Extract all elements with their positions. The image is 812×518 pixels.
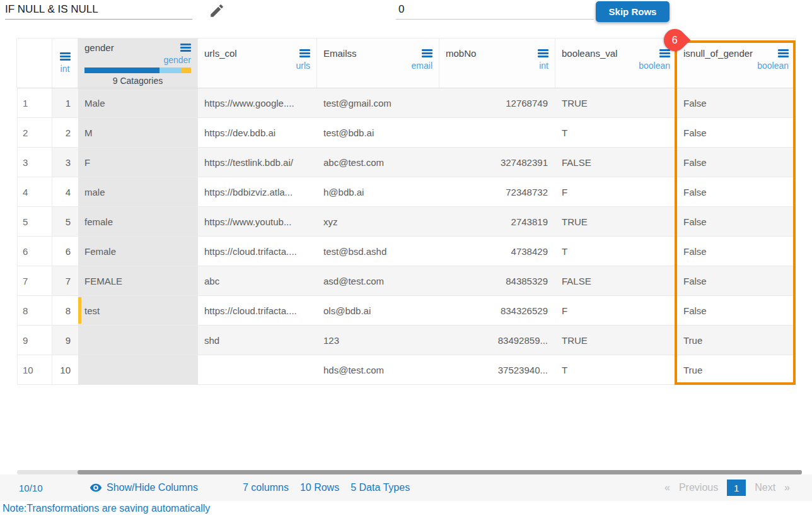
horizontal-scrollbar-thumb[interactable] [78,470,802,474]
table-cell: 327482391 [439,148,555,177]
table-cell: False [677,207,796,237]
pagination-previous-button[interactable]: Previous [679,482,718,493]
table-row: 1010hds@test.com37523940...TTrue [17,355,796,385]
table-row: 44malehttps://bdbizviz.atla...h@bdb.ai72… [17,177,796,207]
table-cell: test [78,296,198,326]
column-name-label: isnull_of_gender [683,48,753,59]
skip-rows-button[interactable]: Skip Rows [596,1,670,22]
column-type-label: boolean [683,61,789,71]
table-cell: 4 [52,177,78,207]
table-cell: abc@test.com [317,148,439,177]
category-distribution-bar[interactable] [84,68,191,73]
table-cell: https://dev.bdb.ai [198,118,317,148]
table-cell: 834326529 [439,296,555,326]
row-number-cell: 8 [17,296,52,326]
column-header-Emailss[interactable]: Emailssemail [316,38,439,88]
table-cell: F [78,148,198,177]
autosave-note: Note:Transformations are saving automati… [3,503,210,514]
skip-rows-value-input[interactable]: 0 [396,0,594,20]
row-number-cell: 3 [17,148,52,177]
rows-count-label: 10 Rows [300,482,339,493]
table-row: 55femalehttps://www.youtub...xyz2743819T… [17,207,796,237]
table-cell: ols@bdb.ai [317,296,439,326]
column-type-label: int [61,64,70,74]
table-cell: 10 [52,355,78,385]
transform-name-input[interactable]: IF NULL & IS NULL [5,0,192,20]
table-cell: https://cloud.trifacta.... [198,296,317,326]
table-cell: TRUE [555,207,677,237]
column-type-label: int [446,61,548,71]
pagination-current-page[interactable]: 1 [727,480,746,496]
grid-summary: 7 columns 10 Rows 5 Data Types [243,482,410,493]
table-cell: 12768749 [439,88,555,118]
horizontal-scrollbar-track[interactable] [17,470,802,474]
table-cell: https://cloud.trifacta.... [198,237,317,266]
column-menu-icon[interactable] [659,49,670,57]
pagination-prev-arrow[interactable]: « [664,482,670,493]
column-header-isnull_of_gender[interactable]: isnull_of_genderboolean [676,38,796,88]
column-menu-icon[interactable] [180,44,191,52]
table-cell: https://testlink.bdb.ai/ [198,148,317,177]
table-cell: male [78,177,198,207]
table-cell: FALSE [555,148,677,177]
column-name-label: booleans_val [562,48,617,59]
table-cell: False [677,118,796,148]
table-cell: test@bsd.ashd [317,237,439,266]
pagination-next-arrow[interactable]: » [784,482,790,493]
table-cell: 1 [52,88,78,118]
cell-edit-marker [78,297,81,324]
edit-pencil-icon[interactable] [209,3,225,19]
column-menu-icon[interactable] [299,49,310,57]
column-name-label: Emailss [323,48,357,59]
show-hide-columns-button[interactable]: Show/Hide Columns [90,481,198,494]
column-header-gender[interactable]: gendergender9 Catagories [78,38,198,88]
table-cell: female [78,207,198,237]
table-row: 88testhttps://cloud.trifacta....ols@bdb.… [17,296,796,326]
column-header-0 [16,38,52,88]
step-number-label: 6 [672,35,678,46]
row-number-cell: 1 [17,88,52,118]
table-cell: T [555,355,677,385]
table-cell: test@gmail.com [317,88,439,118]
column-menu-icon[interactable] [422,49,432,57]
column-menu-icon[interactable] [60,52,71,61]
table-cell: https://www.google.... [198,88,317,118]
table-cell: False [677,88,796,118]
rows-ratio-label: 10/10 [19,483,43,493]
row-number-cell: 10 [17,355,52,385]
data-grid: intgendergender9 Catagoriesurls_colurlsE… [17,38,796,385]
table-cell: 2 [52,118,78,148]
table-cell [78,355,198,385]
table-row: 22Mhttps://dev.bdb.aitest@bdb.aiTFalse [17,118,796,148]
column-header-mobNo[interactable]: mobNoint [439,38,555,88]
table-row: 11Malehttps://www.google....test@gmail.c… [17,88,796,118]
column-header-1[interactable]: int [52,38,78,88]
column-header-urls_col[interactable]: urls_colurls [197,38,317,88]
table-cell: TRUE [555,88,677,118]
column-menu-icon[interactable] [778,49,789,57]
column-type-label: urls [204,61,310,71]
table-cell: https://www.youtub... [198,207,317,237]
data-types-count-label: 5 Data Types [351,482,410,493]
table-row: 77FEMALEabcasd@test.com84385329FALSEFals… [17,266,796,296]
table-cell: False [677,148,796,177]
table-cell: 3 [52,148,78,177]
table-cell: test@bdb.ai [317,118,439,148]
row-number-cell: 5 [17,207,52,237]
eye-icon [90,481,102,494]
column-header-booleans_val[interactable]: booleans_valboolean [555,38,677,88]
grid-body: 11Malehttps://www.google....test@gmail.c… [17,88,796,385]
column-menu-icon[interactable] [538,49,548,57]
table-row: 99shd12383492859...TRUETrue [17,326,796,355]
column-type-label: email [323,61,432,71]
table-cell: True [677,326,796,355]
column-name-label: gender [84,42,114,53]
show-hide-columns-label: Show/Hide Columns [107,482,198,493]
row-number-cell: 9 [17,326,52,355]
table-cell: F [555,177,677,207]
table-cell: 37523940... [439,355,555,385]
table-cell: M [78,118,198,148]
table-cell: 5 [52,207,78,237]
pagination-next-button[interactable]: Next [755,482,775,493]
table-cell: asd@test.com [317,266,439,296]
